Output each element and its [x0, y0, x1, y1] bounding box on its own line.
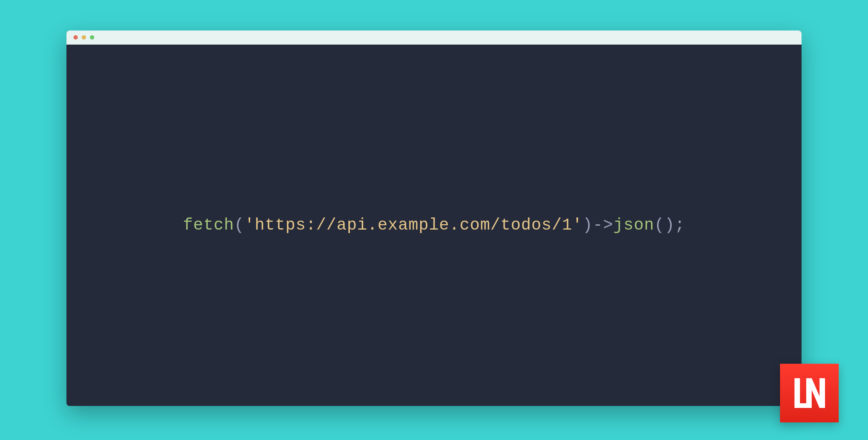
code-token-arrow: -> — [593, 216, 613, 235]
window-titlebar — [66, 31, 802, 45]
minimize-icon[interactable] — [82, 35, 86, 40]
code-area: fetch('https://api.example.com/todos/1')… — [66, 45, 802, 406]
code-line: fetch('https://api.example.com/todos/1')… — [183, 216, 685, 235]
maximize-icon[interactable] — [90, 35, 94, 40]
code-token-string: 'https://api.example.com/todos/1' — [244, 216, 583, 235]
code-token-paren-open: ( — [234, 216, 244, 235]
code-token-function: fetch — [183, 216, 234, 235]
code-token-paren-close: ) — [583, 216, 593, 235]
code-token-method: json — [613, 216, 655, 235]
ln-logo-icon — [790, 374, 829, 413]
close-icon[interactable] — [74, 35, 78, 40]
code-token-call: (); — [654, 216, 685, 235]
editor-window: fetch('https://api.example.com/todos/1')… — [66, 31, 802, 406]
brand-logo — [780, 364, 839, 422]
